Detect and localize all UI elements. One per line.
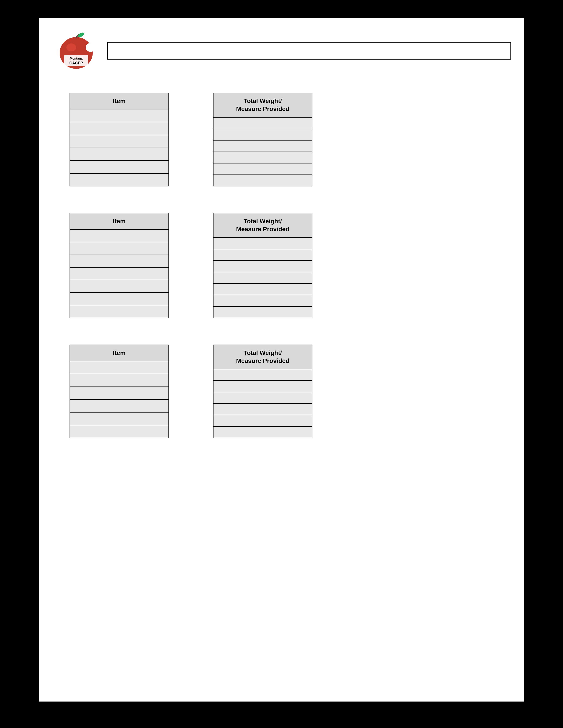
weight-table-1: Total Weight/ Measure Provided bbox=[213, 93, 313, 186]
table-row bbox=[70, 387, 169, 400]
page: Montana CACFP Item bbox=[39, 18, 524, 702]
table-row bbox=[70, 148, 169, 161]
table-row bbox=[70, 109, 169, 122]
table-row bbox=[213, 152, 312, 163]
content-area: Item bbox=[52, 79, 511, 451]
item-table-2: Item bbox=[70, 213, 169, 318]
svg-text:CACFP: CACFP bbox=[69, 61, 83, 65]
table-pair-3: Item bbox=[70, 345, 493, 438]
table-row bbox=[70, 255, 169, 267]
table-row bbox=[213, 295, 312, 306]
table-row bbox=[213, 249, 312, 261]
table-row bbox=[70, 293, 169, 305]
table-row bbox=[70, 412, 169, 425]
table-row bbox=[213, 306, 312, 318]
svg-point-4 bbox=[86, 43, 95, 52]
item-header-1: Item bbox=[70, 93, 169, 109]
table-row bbox=[213, 381, 312, 392]
svg-text:Montana: Montana bbox=[70, 57, 83, 60]
table-row bbox=[213, 175, 312, 186]
table-row bbox=[213, 369, 312, 381]
item-table-1: Item bbox=[70, 93, 169, 186]
table-row bbox=[70, 361, 169, 374]
table-pair-2: Item bbox=[70, 213, 493, 318]
table-row bbox=[213, 415, 312, 426]
item-header-3: Item bbox=[70, 345, 169, 361]
table-row bbox=[70, 122, 169, 135]
table-row bbox=[213, 129, 312, 140]
weight-header-1: Total Weight/ Measure Provided bbox=[213, 93, 312, 117]
table-row bbox=[213, 117, 312, 129]
weight-table-3: Total Weight/ Measure Provided bbox=[213, 345, 313, 438]
weight-header-2: Total Weight/ Measure Provided bbox=[213, 213, 312, 238]
logo-icon: Montana CACFP bbox=[52, 31, 100, 71]
table-row bbox=[70, 135, 169, 148]
table-row bbox=[213, 140, 312, 152]
table-row bbox=[213, 426, 312, 438]
table-row bbox=[213, 403, 312, 415]
header-title-box bbox=[107, 42, 511, 60]
weight-table-2: Total Weight/ Measure Provided bbox=[213, 213, 313, 318]
table-row bbox=[70, 173, 169, 186]
item-header-2: Item bbox=[70, 213, 169, 229]
table-row bbox=[70, 400, 169, 412]
table-row bbox=[70, 229, 169, 242]
table-row bbox=[70, 305, 169, 318]
table-row bbox=[70, 425, 169, 438]
table-row bbox=[70, 374, 169, 387]
table-row bbox=[213, 238, 312, 249]
table-row bbox=[70, 242, 169, 255]
table-row bbox=[213, 261, 312, 272]
section-row-1: Item bbox=[70, 93, 493, 186]
table-row bbox=[70, 280, 169, 293]
section-row-2: Item bbox=[70, 213, 493, 318]
header: Montana CACFP bbox=[52, 31, 511, 71]
logo-container: Montana CACFP bbox=[52, 31, 100, 71]
section-row-3: Item bbox=[70, 345, 493, 438]
table-row bbox=[213, 392, 312, 403]
table-row bbox=[213, 272, 312, 283]
weight-header-3: Total Weight/ Measure Provided bbox=[213, 345, 312, 369]
table-row bbox=[213, 283, 312, 295]
table-row bbox=[70, 161, 169, 173]
item-table-3: Item bbox=[70, 345, 169, 438]
table-row bbox=[213, 163, 312, 175]
table-row bbox=[70, 267, 169, 280]
svg-point-1 bbox=[66, 43, 76, 51]
table-pair-1: Item bbox=[70, 93, 493, 186]
